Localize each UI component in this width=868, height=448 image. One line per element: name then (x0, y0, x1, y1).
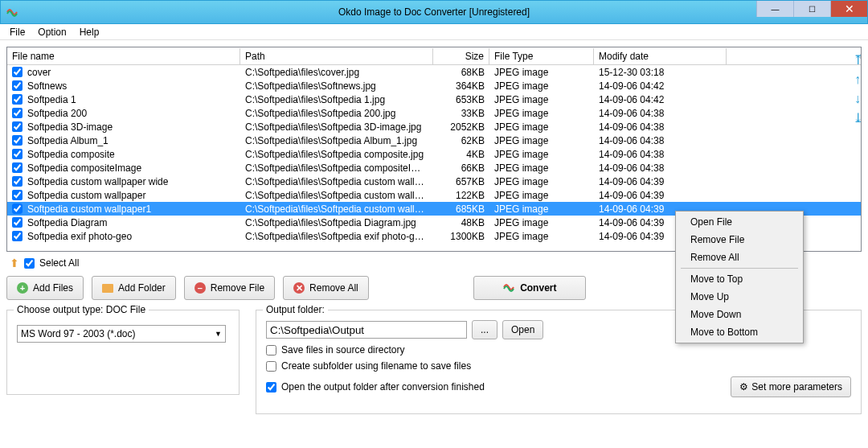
table-row[interactable]: Softpedia compositeC:\Softpedia\files\So… (7, 147, 861, 161)
titlebar[interactable]: Okdo Image to Doc Converter [Unregistere… (0, 0, 868, 24)
ctx-move-down[interactable]: Move Down (678, 306, 801, 323)
row-checkbox[interactable] (12, 135, 23, 146)
row-size: 122KB (433, 190, 489, 201)
row-type: JPEG image (489, 135, 594, 146)
col-path[interactable]: Path (240, 48, 433, 64)
row-size: 653KB (433, 94, 489, 105)
table-row[interactable]: Softpedia 3D-imageC:\Softpedia\files\Sof… (7, 120, 861, 134)
table-row[interactable]: Softpedia custom wallpaper wideC:\Softpe… (7, 175, 861, 188)
table-row[interactable]: Softpedia Album_1C:\Softpedia\files\Soft… (7, 134, 861, 147)
col-filetype[interactable]: File Type (489, 48, 594, 64)
row-path: C:\Softpedia\files\Softpedia compositeIm… (240, 162, 433, 174)
row-size: 364KB (433, 80, 489, 92)
set-more-parameters-button[interactable]: ⚙ Set more parameters (731, 376, 851, 397)
col-filename[interactable]: File name (7, 48, 240, 64)
col-modifydate[interactable]: Modify date (594, 48, 727, 64)
table-row[interactable]: Softpedia 200C:\Softpedia\files\Softpedi… (7, 106, 861, 120)
maximize-button[interactable]: ☐ (793, 1, 830, 17)
cb-open-after[interactable] (266, 382, 276, 393)
move-up-arrow[interactable]: ↑ (850, 72, 865, 87)
output-type-group: Choose output type: DOC File MS Word 97 … (6, 310, 240, 395)
row-path: C:\Softpedia\files\Softpedia 200.jpg (240, 108, 433, 119)
row-date: 14-09-06 04:39 (594, 176, 727, 187)
col-size[interactable]: Size (433, 48, 489, 64)
remove-all-button[interactable]: ✕ Remove All (283, 276, 369, 300)
add-files-button[interactable]: + Add Files (6, 276, 84, 300)
convert-button[interactable]: Convert (473, 276, 586, 300)
cb-create-subfolder[interactable] (266, 361, 276, 372)
row-checkbox[interactable] (12, 162, 23, 173)
row-type: JPEG image (489, 231, 594, 242)
menu-file[interactable]: File (3, 25, 31, 39)
row-size: 4KB (433, 149, 489, 160)
row-size: 2052KB (433, 121, 489, 133)
row-filename: Softpedia Diagram (27, 217, 107, 228)
row-type: JPEG image (489, 80, 594, 92)
plus-icon: + (17, 282, 28, 294)
ctx-remove-all[interactable]: Remove All (678, 249, 801, 266)
row-checkbox[interactable] (12, 80, 23, 91)
row-checkbox[interactable] (12, 121, 23, 132)
row-date: 14-09-06 04:38 (594, 108, 727, 119)
maximize-icon: ☐ (809, 5, 816, 14)
row-path: C:\Softpedia\files\Softpedia custom wall… (240, 176, 433, 187)
x-icon: ✕ (293, 282, 305, 294)
row-checkbox[interactable] (12, 190, 23, 200)
col-spacer (727, 54, 861, 59)
table-row[interactable]: Softpedia compositeImageC:\Softpedia\fil… (7, 161, 861, 175)
minimize-button[interactable]: — (756, 1, 793, 17)
output-type-value: MS Word 97 - 2003 (*.doc) (21, 328, 136, 339)
move-bottom-arrow[interactable]: ⤓ (850, 111, 865, 125)
ctx-move-bottom[interactable]: Move to Bottom (678, 323, 801, 341)
cb-save-source-label: Save files in source directory (281, 344, 404, 356)
move-top-arrow[interactable]: ⤒ (850, 53, 865, 68)
output-folder-input[interactable] (266, 321, 467, 339)
move-down-arrow[interactable]: ↓ (850, 92, 865, 106)
menu-option[interactable]: Option (31, 25, 72, 39)
remove-file-button[interactable]: – Remove File (184, 276, 275, 300)
table-row[interactable]: Softpedia 1C:\Softpedia\files\Softpedia … (7, 92, 861, 106)
table-row[interactable]: coverC:\Softpedia\files\cover.jpg68KBJPE… (7, 65, 861, 79)
ctx-move-up[interactable]: Move Up (678, 288, 801, 306)
row-path: C:\Softpedia\files\Softpedia Diagram.jpg (240, 217, 433, 228)
ctx-move-top[interactable]: Move to Top (678, 270, 801, 288)
up-folder-icon[interactable]: ⬆ (10, 257, 19, 269)
minimize-icon: — (772, 5, 780, 14)
ctx-remove-file[interactable]: Remove File (678, 231, 801, 249)
row-checkbox[interactable] (12, 203, 23, 214)
cb-open-after-label: Open the output folder after conversion … (281, 381, 485, 393)
table-row[interactable]: SoftnewsC:\Softpedia\files\Softnews.jpg3… (7, 79, 861, 92)
row-type: JPEG image (489, 108, 594, 119)
browse-button[interactable]: ... (472, 320, 497, 339)
row-checkbox[interactable] (12, 94, 23, 105)
row-size: 48KB (433, 217, 489, 228)
add-folder-button[interactable]: Add Folder (92, 276, 176, 300)
row-filename: Softnews (27, 80, 67, 92)
output-type-combo[interactable]: MS Word 97 - 2003 (*.doc) ▼ (17, 325, 226, 343)
row-checkbox[interactable] (12, 108, 23, 118)
row-filename: Softpedia Album_1 (27, 135, 108, 146)
row-checkbox[interactable] (12, 149, 23, 159)
row-checkbox[interactable] (12, 176, 23, 187)
row-date: 14-09-06 04:42 (594, 80, 727, 92)
open-folder-button[interactable]: Open (502, 320, 543, 339)
row-path: C:\Softpedia\files\Softnews.jpg (240, 80, 433, 92)
row-size: 68KB (433, 67, 489, 78)
menu-help[interactable]: Help (73, 25, 106, 39)
row-date: 14-09-06 04:39 (594, 190, 727, 201)
output-folder-label: Output folder: (263, 304, 328, 315)
select-all-checkbox[interactable] (24, 258, 35, 269)
ctx-open-file[interactable]: Open File (678, 213, 801, 231)
row-path: C:\Softpedia\files\Softpedia Album_1.jpg (240, 135, 433, 146)
row-checkbox[interactable] (12, 231, 23, 241)
table-row[interactable]: Softpedia custom wallpaperC:\Softpedia\f… (7, 188, 861, 202)
row-size: 33KB (433, 108, 489, 119)
row-type: JPEG image (489, 67, 594, 78)
row-path: C:\Softpedia\files\Softpedia exif photo-… (240, 231, 433, 242)
cb-save-source[interactable] (266, 345, 276, 356)
close-button[interactable]: ✕ (830, 1, 867, 17)
row-path: C:\Softpedia\files\Softpedia 3D-image.jp… (240, 121, 433, 133)
row-checkbox[interactable] (12, 217, 23, 228)
row-checkbox[interactable] (12, 67, 23, 77)
minus-icon: – (194, 282, 206, 294)
